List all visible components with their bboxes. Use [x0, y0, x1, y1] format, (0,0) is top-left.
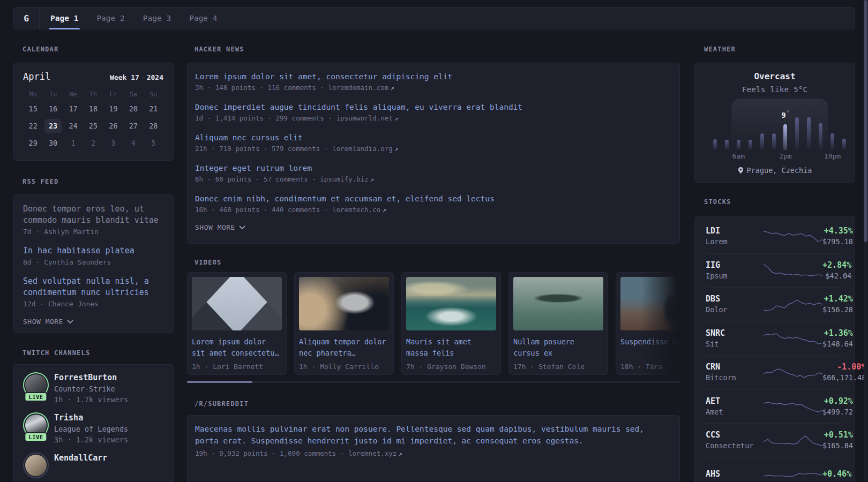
stock-price: $499.72	[822, 407, 853, 417]
hn-story-domain[interactable]: loremtech.co	[332, 206, 380, 214]
calendar-day-name: Tu	[49, 89, 57, 100]
video-card[interactable]: Lorem ipsum dolor sit amet consectetu… 1…	[187, 272, 287, 375]
stock-row[interactable]: IIGIpsum +2.84%$42.04	[706, 253, 844, 288]
calendar-widget: April Week 17·2024 MoTuWeThFrSaSu 151617…	[13, 63, 174, 161]
stock-sparkline	[764, 260, 822, 281]
rss-item: In hac habitasse platea 8d · Cynthia Sau…	[23, 245, 163, 268]
video-thumbnail[interactable]	[406, 277, 496, 330]
hn-story: Integer eget rutrum lorem 6h · 60 points…	[195, 162, 672, 185]
hn-story: Donec imperdiet augue tincidunt felis al…	[195, 101, 672, 124]
rss-item-title[interactable]: Donec tempor eros leo, ut commodo mauris…	[23, 204, 163, 226]
calendar-day: 24	[65, 119, 82, 133]
hn-story-meta: 16h · 468 points · 440 comments · loremt…	[195, 205, 672, 215]
stock-sparkline	[764, 396, 822, 417]
weather-bar	[807, 117, 811, 150]
calendar-day: 22	[25, 119, 42, 133]
rss-item-title[interactable]: In hac habitasse platea	[23, 245, 163, 257]
calendar-day: 25	[85, 119, 102, 133]
rss-section-label: RSS FEED	[23, 178, 58, 185]
stock-symbol: AET	[706, 396, 764, 407]
hn-story: Donec enim nibh, condimentum et accumsan…	[195, 193, 672, 215]
hn-show-more-button[interactable]: SHOW MORE	[195, 223, 672, 231]
twitch-section-label: TWITCH CHANNELS	[23, 349, 90, 357]
video-title[interactable]: Nullam posuere cursus ex	[513, 336, 603, 359]
video-thumbnail[interactable]	[192, 277, 282, 330]
hn-story-domain[interactable]: loremlandia.org	[332, 145, 393, 153]
stock-row[interactable]: AHS +0.46%	[706, 457, 844, 482]
channel-name: Trisha	[54, 412, 128, 424]
hn-story-title[interactable]: Donec imperdiet augue tincidunt felis al…	[195, 101, 672, 113]
hn-story-title[interactable]: Donec enim nibh, condimentum et accumsan…	[195, 193, 672, 205]
stock-row[interactable]: SNRCSit +1.36%$148.64	[706, 321, 844, 356]
weather-chart-area: 9° 6am2pm10pm	[704, 102, 846, 162]
video-title[interactable]: Lorem ipsum dolor sit amet consectetu…	[192, 336, 282, 359]
external-link-icon: ↗	[396, 449, 402, 457]
page-scrollbar-thumb[interactable]	[864, 0, 867, 242]
weather-bar	[772, 133, 776, 150]
hn-story-title[interactable]: Lorem ipsum dolor sit amet, consectetur …	[195, 71, 672, 82]
video-card[interactable]: Mauris sit amet massa felis 7h · Grayson…	[401, 272, 501, 375]
video-title[interactable]: Mauris sit amet massa felis	[406, 336, 496, 359]
video-card[interactable]: Suspendisse diam 18h · Tara	[616, 272, 680, 375]
stock-row[interactable]: AETAmet +0.92%$499.72	[706, 389, 844, 424]
calendar-day: 29	[25, 136, 42, 150]
live-badge: LIVE	[24, 392, 47, 402]
hn-story-domain[interactable]: ipsumworld.net	[336, 114, 392, 122]
reddit-post-domain[interactable]: loremnet.xyz	[348, 449, 396, 457]
videos-carousel: Lorem ipsum dolor sit amet consectetu… 1…	[187, 272, 680, 375]
twitch-channel-row[interactable]: KendallCarr	[23, 453, 163, 478]
channel-meta: 3h · 1.2k viewers	[54, 434, 128, 445]
stock-sparkline	[764, 464, 822, 482]
hn-story-title[interactable]: Aliquam nec cursus elit	[195, 132, 672, 144]
video-card[interactable]: Nullam posuere cursus ex 17h · Stefan Co…	[508, 272, 608, 375]
hn-story-domain[interactable]: loremdomain.com	[328, 84, 388, 92]
calendar-day-name: Su	[149, 89, 157, 100]
channel-game: League of Legends	[54, 424, 128, 434]
rss-item-title[interactable]: Sed volutpat nulla nisl, a condimentum n…	[23, 276, 163, 298]
daylight-highlight-zone	[731, 99, 828, 150]
weather-bar	[737, 140, 740, 150]
video-title[interactable]: Suspendisse diam	[620, 336, 680, 359]
live-badge: LIVE	[24, 432, 47, 442]
video-meta: 1h · Lori Barnett	[192, 363, 282, 371]
video-thumbnail[interactable]	[299, 277, 389, 330]
reddit-post-title[interactable]: Maecenas mollis pulvinar erat non posuer…	[195, 424, 672, 447]
chevron-down-icon	[67, 320, 73, 323]
carousel-scrollbar-thumb[interactable]	[187, 381, 252, 383]
stock-row[interactable]: CCSConsectetur +0.51%$165.84	[706, 423, 844, 457]
stock-sparkline	[764, 362, 822, 382]
stock-change: -1.00%	[822, 362, 866, 373]
weather-chart: 9°	[704, 102, 846, 150]
avatar: LIVE	[23, 372, 49, 398]
weather-time-label: 2pm	[779, 152, 791, 160]
stock-change: +2.84%	[822, 260, 851, 271]
video-title[interactable]: Aliquam tempor dolor nec pharetra…	[299, 336, 389, 359]
calendar-day: 3	[104, 136, 122, 150]
stock-symbol: AHS	[706, 469, 764, 480]
carousel-scrollbar-track[interactable]	[187, 381, 680, 383]
stock-symbol: CRN	[706, 362, 764, 373]
calendar-week-year: Week 17·2024	[110, 73, 163, 81]
weather-temp-label: 9°	[781, 109, 789, 119]
stock-symbol: LDI	[706, 225, 764, 237]
weather-widget: Overcast Feels like 5°C 9° 6am2pm10pm Pr…	[694, 63, 855, 183]
stock-row[interactable]: LDILorem +4.35%$795.18	[706, 219, 844, 253]
stock-name: Dolor	[706, 305, 764, 315]
calendar-day: 27	[125, 119, 142, 133]
hn-story-title[interactable]: Integer eget rutrum lorem	[195, 162, 672, 174]
rss-show-more-button[interactable]: SHOW MORE	[23, 318, 163, 326]
calendar-day: 1	[65, 136, 82, 150]
video-thumbnail[interactable]	[513, 277, 603, 330]
video-card[interactable]: Aliquam tempor dolor nec pharetra… 1h · …	[294, 272, 394, 375]
calendar-day-selected: 23	[44, 119, 62, 133]
stock-row[interactable]: CRNBitcorn -1.00%$66,171.48	[706, 355, 844, 389]
twitch-channel-row[interactable]: LIVE ForrestBurton Counter-Strike 1h · 1…	[23, 372, 163, 405]
stock-price: $66,171.48	[822, 373, 866, 383]
subreddit-section-label: /R/SUBREDDIT	[194, 400, 249, 408]
stock-row[interactable]: DBSDolor +1.42%$156.28	[706, 287, 844, 321]
external-link-icon: ↗	[393, 145, 399, 153]
twitch-channel-row[interactable]: LIVE Trisha League of Legends 3h · 1.2k …	[23, 412, 163, 445]
stock-name: Consectetur	[706, 441, 764, 451]
video-thumbnail[interactable]	[620, 277, 680, 330]
hn-story-domain[interactable]: ipsumify.biz	[320, 175, 368, 183]
